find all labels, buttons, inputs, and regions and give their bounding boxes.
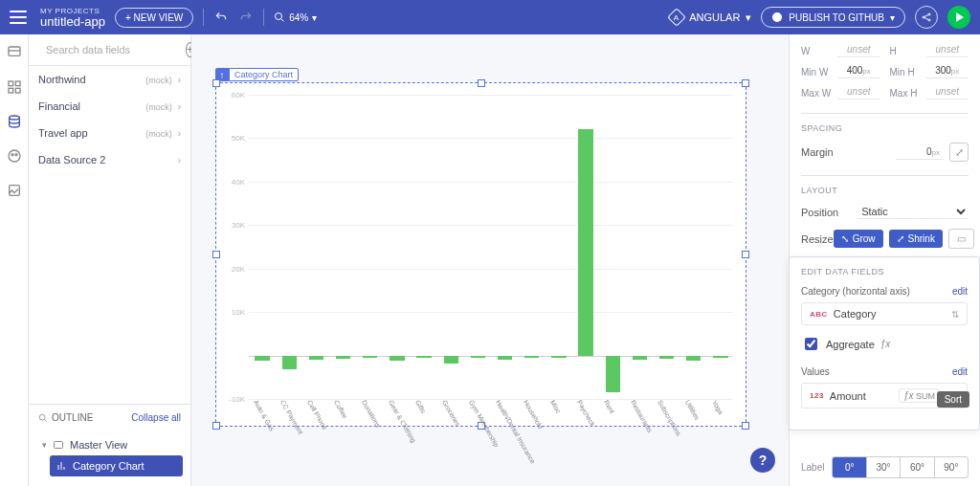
publish-button[interactable]: PUBLISH TO GITHUB ▾ <box>761 7 905 28</box>
redo-icon[interactable] <box>238 10 254 25</box>
tree-category-chart[interactable]: Category Chart <box>50 455 183 476</box>
run-button[interactable] <box>947 6 970 29</box>
layout-header: LAYOUT <box>801 175 969 195</box>
chart-bar <box>471 356 485 359</box>
y-tick-label: 20K <box>220 264 245 273</box>
resize-handle[interactable] <box>742 422 749 430</box>
view-icon <box>53 439 64 451</box>
shrink-button[interactable]: ⤢Shrink <box>889 230 943 248</box>
outline-tree: ▾ Master View Category Chart <box>29 431 190 486</box>
rotation-segments: 0°30°60°90° <box>832 456 969 478</box>
resize-handle[interactable] <box>212 251 220 258</box>
canvas[interactable]: ↑ Category Chart -10K10K20K30K40K50K60K … <box>191 34 789 486</box>
rotation-option[interactable]: 30° <box>867 457 901 477</box>
divider <box>203 9 204 26</box>
chart-bar <box>524 356 539 359</box>
collapse-all-link[interactable]: Collapse all <box>131 412 181 423</box>
project-title-block[interactable]: MY PROJECTS untitled-app <box>40 8 105 28</box>
sort-icon[interactable]: ⇅ <box>951 309 959 320</box>
rail-data-icon[interactable] <box>6 113 23 130</box>
data-source-item[interactable]: Data Source 2› <box>29 146 190 173</box>
x-tick-label: Auto & Gas <box>253 399 276 432</box>
undo-icon[interactable] <box>213 10 229 25</box>
min-width-field[interactable]: Min W400px <box>801 65 880 78</box>
data-source-item[interactable]: Northwind(mock)› <box>29 66 190 93</box>
edit-values-link[interactable]: edit <box>952 366 968 377</box>
width-field[interactable]: Wunset <box>801 44 880 57</box>
category-field-pill[interactable]: ABC Category ⇅ <box>801 302 968 325</box>
grow-icon: ⤡ <box>841 233 849 244</box>
search-row: + <box>29 34 190 66</box>
data-source-item[interactable]: Travel app(mock)› <box>29 120 190 146</box>
selection-tag[interactable]: ↑ Category Chart <box>215 68 299 81</box>
height-field[interactable]: Hunset <box>890 44 969 57</box>
chevron-down-icon: ▾ <box>312 12 317 23</box>
svg-point-3 <box>923 16 924 18</box>
caret-down-icon: ▾ <box>42 440 47 450</box>
data-source-list: Northwind(mock)›Financial(mock)›Travel a… <box>29 66 190 404</box>
rail-theme-icon[interactable] <box>6 147 23 165</box>
svg-point-14 <box>9 116 19 120</box>
chevron-down-icon: ▾ <box>890 12 895 23</box>
position-select[interactable]: Static <box>858 205 969 219</box>
zoom-control[interactable]: 64% ▾ <box>274 11 317 23</box>
x-tick-label: Donations <box>360 399 381 429</box>
data-source-item[interactable]: Financial(mock)› <box>29 93 190 120</box>
svg-line-1 <box>281 19 284 22</box>
chart-selection-frame[interactable]: ↑ Category Chart -10K10K20K30K40K50K60K … <box>215 82 746 427</box>
resize-handle[interactable] <box>742 79 749 87</box>
share-icon[interactable] <box>915 6 938 29</box>
y-tick-label: 60K <box>220 91 245 99</box>
margin-input[interactable]: 0px <box>896 144 944 160</box>
chart-bar <box>686 356 701 361</box>
x-tick-label: Groceries <box>441 399 461 428</box>
rail-grid-icon[interactable] <box>6 78 23 96</box>
resize-handle[interactable] <box>212 422 220 430</box>
expand-margin-icon[interactable]: ⤢ <box>949 143 969 162</box>
grow-button[interactable]: ⤡Grow <box>834 230 883 248</box>
bar-chart-icon <box>56 460 67 472</box>
min-height-field[interactable]: Min H300px <box>890 65 969 78</box>
menu-icon[interactable] <box>10 11 27 24</box>
y-tick-label: 10K <box>220 308 245 317</box>
chart-bar <box>444 356 458 364</box>
search-icon <box>274 11 285 23</box>
chart-bar <box>551 356 566 359</box>
rotation-option[interactable]: 60° <box>901 457 934 477</box>
aggregate-checkbox-row[interactable]: Aggregate ƒx <box>801 335 968 353</box>
resize-handle[interactable] <box>478 79 485 87</box>
new-view-button[interactable]: + NEW VIEW <box>115 8 193 28</box>
svg-point-16 <box>11 154 13 156</box>
resize-more-button[interactable]: ▭ <box>948 229 974 249</box>
help-button[interactable]: ? <box>750 448 775 473</box>
svg-line-22 <box>44 419 47 422</box>
sort-tooltip: Sort <box>937 391 969 408</box>
resize-handle[interactable] <box>212 79 220 87</box>
aggregate-checkbox[interactable] <box>805 338 817 350</box>
rail-assets-icon[interactable] <box>6 182 23 199</box>
chart-bar <box>498 356 512 360</box>
rail-components-icon[interactable] <box>6 44 23 61</box>
search-input[interactable] <box>44 43 180 56</box>
resize-row: Resize ⤡Grow ⤢Shrink ▭ <box>801 229 969 249</box>
edit-category-link[interactable]: edit <box>952 286 968 297</box>
max-width-field[interactable]: Max Wunset <box>801 86 880 99</box>
chart-bar <box>282 356 297 369</box>
rotation-option[interactable]: 90° <box>935 457 968 477</box>
svg-point-0 <box>276 13 282 20</box>
max-height-field[interactable]: Max Hunset <box>890 86 969 99</box>
x-tick-label: Utilities <box>683 399 700 421</box>
svg-line-6 <box>924 15 928 17</box>
chart-bar <box>606 356 620 393</box>
popover-title: EDIT DATA FIELDS <box>801 267 968 276</box>
tree-master-view[interactable]: ▾ Master View <box>36 434 183 455</box>
rotation-option[interactable]: 0° <box>833 457 866 477</box>
shrink-icon: ⤢ <box>897 233 904 244</box>
y-tick-label: -10K <box>220 395 245 404</box>
svg-line-7 <box>924 18 928 20</box>
aggregation-sum-badge[interactable]: ƒx SUM <box>899 388 940 403</box>
label-rotation-row: Label 0°30°60°90° <box>801 456 969 478</box>
divider <box>263 9 264 26</box>
resize-handle[interactable] <box>742 251 749 258</box>
framework-dropdown[interactable]: A ANGULAR ▾ <box>670 11 751 24</box>
